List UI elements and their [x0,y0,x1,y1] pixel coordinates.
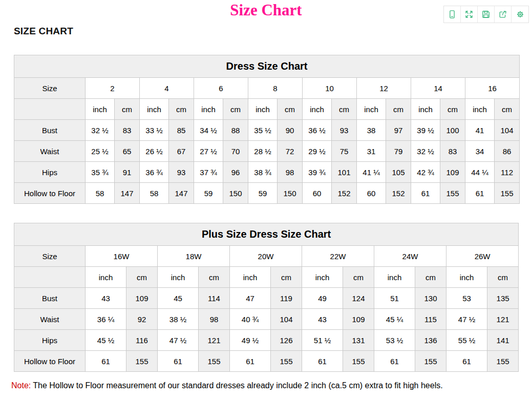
inch-value: 35 ½ [248,120,278,141]
inch-value: 61 [465,183,495,204]
inch-value: 38 ¾ [248,162,278,183]
inch-value: 49 ½ [230,330,271,351]
cm-value: 92 [126,309,158,330]
inch-value: 38 [357,120,386,141]
unit-cm-header: cm [440,99,465,120]
inch-value: 47 [230,288,271,309]
section-heading: SIZE CHART [14,26,73,37]
inch-value: 60 [303,183,332,204]
size-value: 10 [303,78,357,99]
fullscreen-button[interactable] [461,6,478,23]
size-value: 8 [248,78,303,99]
inch-value: 32 ½ [411,141,440,162]
size-value: 26W [446,246,519,267]
cm-value: 114 [199,288,230,309]
inch-value: 35 ¾ [86,162,115,183]
cm-value: 101 [332,162,357,183]
share-button[interactable] [495,6,512,23]
cm-value: 109 [440,162,465,183]
measurement-row: Waist25 ½6526 ½6727 ½7028 ½7229 ½7531793… [14,141,520,162]
inch-value: 59 [248,183,278,204]
cm-value: 155 [440,183,465,204]
cm-value: 150 [223,183,248,204]
cm-value: 83 [115,120,140,141]
settings-button[interactable] [512,6,528,23]
table-title: Dress Size Chart [14,55,520,78]
size-value: 12 [357,78,411,99]
measurement-row-label: Bust [14,288,86,309]
cm-value: 141 [487,330,519,351]
size-value: 6 [194,78,248,99]
cm-value: 155 [271,351,302,372]
unit-cm-header: cm [332,99,357,120]
size-value: 2 [86,78,140,99]
inch-value: 39 ½ [411,120,440,141]
note-label: Note: [11,381,31,390]
cm-value: 131 [343,330,374,351]
size-value: 22W [302,246,374,267]
unit-header-row: inchcminchcminchcminchcminchcminchcminch… [14,99,520,120]
inch-value: 58 [140,183,169,204]
cm-value: 155 [126,351,158,372]
measurement-row: Hips45 ½11647 ½12149 ½12651 ½13153 ½1365… [14,330,519,351]
inch-value: 61 [230,351,271,372]
inch-value: 36 ¾ [140,162,169,183]
cm-value: 72 [278,141,303,162]
cm-value: 75 [332,141,357,162]
cm-value: 135 [487,288,519,309]
cm-value: 136 [415,330,446,351]
unit-inch-header: inch [230,267,271,288]
inch-value: 47 ½ [446,309,487,330]
unit-cm-header: cm [487,267,519,288]
size-value: 20W [230,246,302,267]
inch-value: 61 [302,351,343,372]
cm-value: 105 [386,162,411,183]
corner-empty-cell [14,99,86,120]
cm-value: 98 [199,309,230,330]
cm-value: 83 [440,141,465,162]
save-button[interactable] [478,6,495,23]
inch-value: 53 [446,288,487,309]
unit-cm-header: cm [223,99,248,120]
unit-inch-header: inch [374,267,415,288]
mobile-preview-button[interactable] [444,6,461,23]
cm-value: 96 [223,162,248,183]
cm-value: 100 [440,120,465,141]
cm-value: 65 [115,141,140,162]
save-icon [481,9,491,19]
cm-value: 79 [386,141,411,162]
inch-value: 37 ¾ [194,162,223,183]
table-title-row: Plus Size Dress Size Chart [14,223,519,246]
inch-value: 61 [158,351,199,372]
cm-value: 112 [495,162,520,183]
unit-cm-header: cm [278,99,303,120]
toolbar [443,6,529,23]
size-header-row: Size16W18W20W22W24W26W [14,246,519,267]
unit-inch-header: inch [446,267,487,288]
cm-value: 85 [169,120,194,141]
share-icon [498,9,508,19]
cm-value: 130 [415,288,446,309]
size-value: 4 [140,78,194,99]
measurement-row-label: Waist [14,309,86,330]
inch-value: 47 ½ [158,330,199,351]
unit-cm-header: cm [115,99,140,120]
size-row-label: Size [14,246,86,267]
unit-inch-header: inch [303,99,332,120]
unit-inch-header: inch [465,99,495,120]
table-title-row: Dress Size Chart [14,55,520,78]
cm-value: 93 [169,162,194,183]
unit-inch-header: inch [357,99,386,120]
cm-value: 155 [495,183,520,204]
cm-value: 104 [495,120,520,141]
inch-value: 26 ½ [140,141,169,162]
cm-value: 121 [199,330,230,351]
inch-value: 28 ½ [248,141,278,162]
inch-value: 55 ½ [446,330,487,351]
measurement-row-label: Hollow to Floor [14,351,86,372]
inch-value: 43 [86,288,126,309]
unit-cm-header: cm [343,267,374,288]
cm-value: 70 [223,141,248,162]
inch-value: 42 ¾ [411,162,440,183]
measurement-row-label: Hips [14,330,86,351]
